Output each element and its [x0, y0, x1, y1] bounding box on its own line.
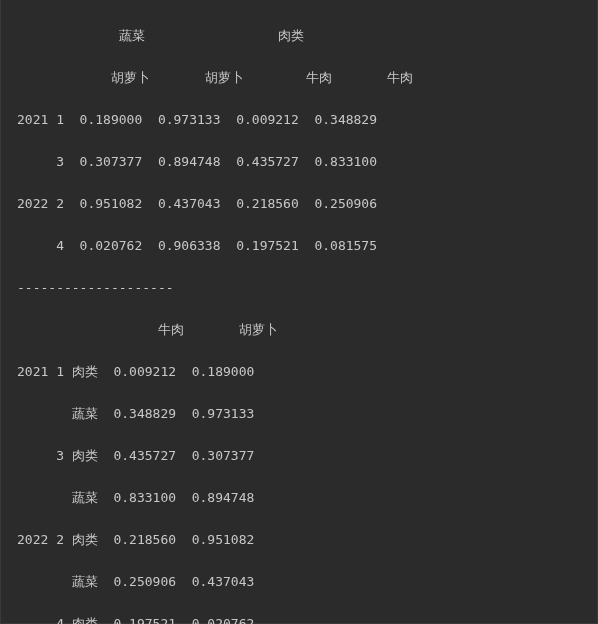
table-row: 2021 1 0.189000 0.973133 0.009212 0.3488… — [1, 109, 597, 130]
block1-header-row-2: 胡萝卜 胡萝卜 牛肉 牛肉 — [1, 67, 597, 88]
table-row: 4 0.020762 0.906338 0.197521 0.081575 — [1, 235, 597, 256]
separator-line: -------------------- — [1, 277, 597, 298]
table-row: 蔬菜 0.250906 0.437043 — [1, 571, 597, 592]
table-row: 4 肉类 0.197521 0.020762 — [1, 613, 597, 624]
table-row: 3 0.307377 0.894748 0.435727 0.833100 — [1, 151, 597, 172]
table-row: 3 肉类 0.435727 0.307377 — [1, 445, 597, 466]
table-row: 蔬菜 0.833100 0.894748 — [1, 487, 597, 508]
table-row: 2022 2 0.951082 0.437043 0.218560 0.2509… — [1, 193, 597, 214]
block1-header-row-1: 蔬菜 肉类 — [1, 25, 597, 46]
table-row: 2022 2 肉类 0.218560 0.951082 — [1, 529, 597, 550]
table-row: 2021 1 肉类 0.009212 0.189000 — [1, 361, 597, 382]
table-row: 蔬菜 0.348829 0.973133 — [1, 403, 597, 424]
block2-header-row: 牛肉 胡萝卜 — [1, 319, 597, 340]
console-output: 蔬菜 肉类 胡萝卜 胡萝卜 牛肉 牛肉 2021 1 0.189000 0.97… — [0, 0, 598, 624]
